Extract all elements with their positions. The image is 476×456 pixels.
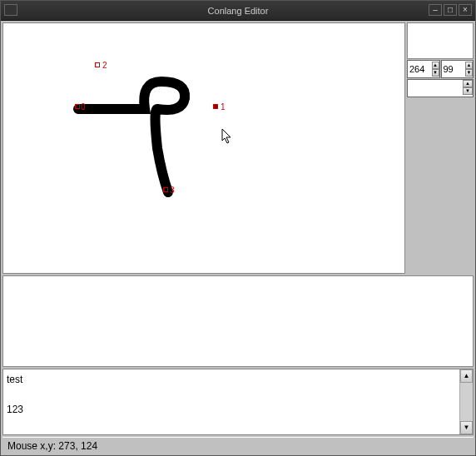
x-spinner[interactable]: ▲ ▼ — [407, 60, 440, 78]
scroll-track[interactable] — [460, 383, 473, 421]
extra-spinner[interactable]: ▲ ▼ — [407, 79, 474, 97]
output-scrollbar[interactable]: ▲ ▼ — [459, 369, 473, 434]
side-preview — [407, 22, 474, 59]
side-panel: ▲ ▼ ▲ ▼ ▲ ▼ — [407, 22, 474, 274]
extra-spinner-up[interactable]: ▲ — [463, 80, 473, 87]
glyph-stroke — [3, 23, 404, 273]
control-point-3[interactable] — [163, 187, 168, 192]
y-spinner-input[interactable] — [442, 64, 466, 74]
scroll-up-button[interactable]: ▲ — [460, 369, 473, 383]
y-spinner-down[interactable]: ▼ — [465, 69, 473, 77]
middle-panel[interactable] — [2, 275, 474, 367]
titlebar[interactable]: Conlang Editor – □ × — [1, 1, 475, 21]
side-spacer — [407, 98, 474, 274]
x-spinner-down[interactable]: ▼ — [432, 69, 439, 77]
x-spinner-up[interactable]: ▲ — [432, 62, 439, 69]
window-title: Conlang Editor — [208, 6, 269, 16]
statusbar: Mouse x,y: 273, 124 — [2, 437, 474, 454]
minimize-button[interactable]: – — [429, 4, 442, 16]
top-row: 0 1 2 3 ▲ — [2, 22, 474, 274]
output-text[interactable]: test 123 — [3, 369, 459, 434]
maximize-button[interactable]: □ — [444, 4, 457, 16]
close-button[interactable]: × — [459, 4, 472, 16]
drawing-canvas[interactable]: 0 1 2 3 — [2, 22, 405, 274]
scroll-down-button[interactable]: ▼ — [460, 421, 473, 434]
content-area: 0 1 2 3 ▲ — [1, 21, 475, 455]
control-point-1[interactable] — [213, 104, 218, 109]
control-point-0-label: 0 — [81, 102, 86, 112]
control-point-3-label: 3 — [170, 186, 175, 195]
control-point-0[interactable] — [75, 104, 80, 109]
status-text: Mouse x,y: 273, 124 — [7, 440, 97, 452]
y-spinner-up[interactable]: ▲ — [465, 62, 473, 69]
app-window: Conlang Editor – □ × 0 1 2 3 — [0, 0, 476, 456]
y-spinner[interactable]: ▲ ▼ — [441, 60, 474, 78]
control-point-2-label: 2 — [102, 61, 107, 70]
extra-spinner-down[interactable]: ▼ — [463, 87, 473, 95]
control-point-1-label: 1 — [221, 102, 226, 112]
output-panel: test 123 ▲ ▼ — [2, 369, 474, 435]
window-menu-button[interactable] — [4, 4, 17, 16]
control-point-2[interactable] — [95, 62, 100, 67]
x-spinner-input[interactable] — [408, 64, 432, 74]
